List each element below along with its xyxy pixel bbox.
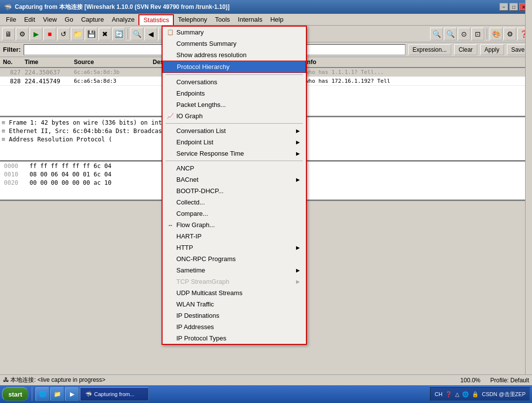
menu-packet-lengths[interactable]: Packet Lengths... [163, 99, 306, 110]
menu-separator-3 [166, 161, 303, 161]
menu-protocol-hierarchy[interactable]: Protocol Hierarchy [163, 61, 306, 73]
menu-bacnet[interactable]: BACnet ▶ [163, 174, 306, 185]
col-info: Info [305, 59, 532, 66]
toolbar-reload[interactable]: 🔄 [112, 28, 125, 40]
toolbar-save[interactable]: 💾 [85, 28, 98, 40]
apply-button[interactable]: Apply [480, 44, 504, 55]
menu-http[interactable]: HTTP ▶ [163, 242, 306, 253]
menu-summary[interactable]: 📋 Summary [163, 27, 306, 38]
submenu-arrow-conversation: ▶ [296, 128, 300, 134]
menu-telephony[interactable]: Telephony [174, 15, 211, 24]
toolbar-interfaces[interactable]: 🖥 [2, 28, 15, 40]
toolbar-resize[interactable]: ⊡ [471, 28, 484, 40]
menu-tools[interactable]: Tools [211, 15, 233, 24]
io-graph-icon: 📈 [166, 113, 174, 119]
endpoints-label: Endpoints [176, 90, 205, 97]
menu-onc-rpc[interactable]: ONC-RPC Programs [163, 253, 306, 265]
menu-compare[interactable]: Compare... [163, 208, 306, 219]
app-icon: 🦈 [4, 3, 12, 11]
menu-ip-destinations[interactable]: IP Destinations [163, 310, 306, 321]
titlebar-controls: − □ ✕ [499, 3, 528, 11]
menu-service-response-time[interactable]: Service Response Time ▶ [163, 148, 306, 159]
menu-statistics[interactable]: Statistics [138, 14, 174, 25]
toolbar-close[interactable]: ✖ [99, 28, 111, 40]
menu-io-graph[interactable]: 📈 IO Graph [163, 110, 306, 122]
maximize-button[interactable]: □ [509, 3, 518, 11]
menu-udp-multicast[interactable]: UDP Multicast Streams [163, 287, 306, 299]
menu-file[interactable]: File [2, 15, 20, 24]
bacnet-label: BACnet [176, 176, 199, 183]
packet-lengths-label: Packet Lengths... [176, 101, 226, 108]
onc-rpc-label: ONC-RPC Programs [176, 255, 236, 263]
toolbar-stop[interactable]: ■ [43, 28, 56, 40]
menu-help[interactable]: Help [266, 15, 288, 24]
expression-button[interactable]: Expression... [408, 44, 451, 55]
filter-label: Filter: [3, 46, 21, 53]
menu-view[interactable]: View [39, 15, 61, 24]
titlebar-title: Capturing from 本地连接 [Wireshark 1.10.0 (S… [15, 3, 230, 11]
menu-endpoint-list[interactable]: Endpoint List ▶ [163, 136, 306, 148]
menu-show-address[interactable]: Show address resolution [163, 49, 306, 61]
taskbar-app-label: Capturing from... [94, 391, 134, 397]
menu-endpoints[interactable]: Endpoints [163, 88, 306, 99]
clear-button[interactable]: Clear [454, 44, 477, 55]
detail-scrollbar[interactable] [525, 117, 532, 162]
taskbar-media[interactable]: ▶ [65, 387, 79, 401]
menu-analyze[interactable]: Analyze [108, 15, 138, 24]
toolbar-normal-size[interactable]: ⊙ [458, 28, 470, 40]
detail-text: Address Resolution Protocol ( [9, 136, 112, 143]
toolbar-find[interactable]: 🔍 [131, 28, 143, 40]
submenu-arrow-bacnet: ▶ [296, 177, 300, 182]
bootp-label: BOOTP-DHCP... [176, 187, 224, 195]
toolbar-zoom-out[interactable]: 🔍 [444, 28, 457, 40]
ip-destinations-label: IP Destinations [176, 312, 219, 319]
toolbar-start[interactable]: ▶ [30, 28, 42, 40]
submenu-arrow-tcp: ▶ [296, 279, 300, 284]
status-profile: Profile: Default [490, 377, 529, 384]
sametime-label: Sametime [176, 267, 205, 274]
menu-wlan-traffic[interactable]: WLAN Traffic [163, 299, 306, 310]
menu-capture[interactable]: Capture [77, 15, 108, 24]
menu-edit[interactable]: Edit [20, 15, 39, 24]
http-label: HTTP [176, 244, 193, 251]
start-button[interactable]: start [2, 387, 29, 401]
packet-time: 224.415749 [25, 78, 74, 85]
toolbar-options[interactable]: ⚙ [16, 28, 29, 40]
systray: CH ❓ △ 🌐 🔒 CSDN @击里ZEP [430, 387, 530, 401]
menu-conversation-list[interactable]: Conversation List ▶ [163, 125, 306, 136]
toolbar-go-back[interactable]: ◀ [144, 28, 157, 40]
toolbar-prefs[interactable]: ⚙ [503, 28, 516, 40]
menu-conversations[interactable]: Conversations [163, 76, 306, 88]
taskbar-ie[interactable]: 🌐 [35, 387, 49, 401]
network-tray-icon: 🌐 [462, 391, 469, 398]
toolbar-restart[interactable]: ↺ [57, 28, 70, 40]
menu-flow-graph[interactable]: ↔ Flow Graph... [163, 219, 306, 231]
menu-ip-protocol-types[interactable]: IP Protocol Types [163, 333, 306, 344]
protocol-hierarchy-label: Protocol Hierarchy [177, 63, 230, 70]
hex-offset: 0000 [4, 163, 24, 171]
menu-bootp-dhcp[interactable]: BOOTP-DHCP... [163, 185, 306, 197]
toolbar-zoom-in[interactable]: 🔍 [430, 28, 443, 40]
hart-ip-label: HART-IP [176, 233, 201, 240]
menu-ancp[interactable]: ANCP [163, 163, 306, 174]
menu-hart-ip[interactable]: HART-IP [163, 231, 306, 242]
menu-separator-2 [166, 123, 303, 124]
menu-comments-summary[interactable]: Comments Summary [163, 38, 306, 49]
flow-graph-label: Flow Graph... [176, 221, 215, 229]
toolbar-color-rules[interactable]: 🎨 [490, 28, 502, 40]
toolbar-open[interactable]: 📁 [71, 28, 84, 40]
conversation-list-label: Conversation List [176, 127, 226, 134]
network-icon: 🖧 [3, 376, 9, 383]
menu-go[interactable]: Go [61, 15, 77, 24]
col-source: Source [74, 59, 153, 66]
menu-ip-addresses[interactable]: IP Addresses [163, 321, 306, 333]
expand-icon: ⊞ [2, 120, 9, 125]
minimize-button[interactable]: − [499, 3, 508, 11]
menu-collectd[interactable]: Collectd... [163, 197, 306, 208]
menu-sametime[interactable]: Sametime ▶ [163, 265, 306, 276]
menu-internals[interactable]: Internals [234, 15, 266, 24]
taskbar-folder[interactable]: 📁 [50, 387, 64, 401]
flow-graph-icon: ↔ [166, 222, 174, 228]
submenu-arrow-service: ▶ [296, 151, 300, 156]
taskbar-wireshark-window[interactable]: 🦈 Capturing from... [80, 387, 149, 401]
